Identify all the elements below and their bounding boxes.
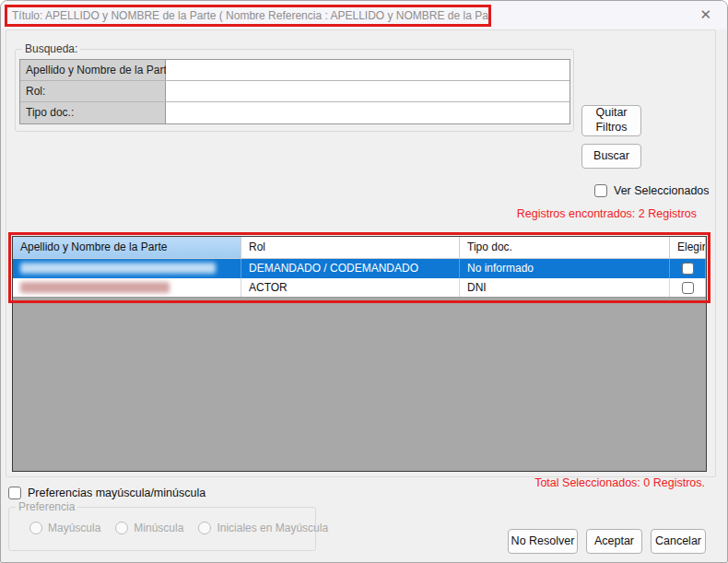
close-icon[interactable]: ✕ xyxy=(699,6,711,23)
preferencia-radios: Mayúscula Minúscula Iniciales en Mayúscu… xyxy=(29,522,328,534)
tipodoc-field-cell xyxy=(166,102,569,123)
apellido-input[interactable] xyxy=(166,60,569,80)
cell-name-redacted xyxy=(13,278,241,297)
tipodoc-input[interactable] xyxy=(166,102,569,123)
radio-button-icon[interactable] xyxy=(29,522,42,534)
elegir-checkbox[interactable] xyxy=(682,282,694,294)
aceptar-button[interactable]: Aceptar xyxy=(586,529,642,554)
cancelar-button[interactable]: Cancelar xyxy=(651,529,706,554)
table-header-row: Apellido y Nombre de la Parte Rol Tipo d… xyxy=(13,237,706,259)
radio-minuscula[interactable]: Minúscula xyxy=(115,522,183,534)
ver-seleccionados-checkbox[interactable]: Ver Seleccionados xyxy=(594,184,710,197)
cell-rol: DEMANDADO / CODEMANDADO xyxy=(241,259,460,278)
checkbox-box-icon[interactable] xyxy=(8,487,21,499)
window-title: Título: APELLIDO y NOMBRE de la Parte ( … xyxy=(7,9,488,22)
table-row-selected[interactable]: DEMANDADO / CODEMANDADO No informado xyxy=(13,259,706,278)
search-field-row: Apellido y Nombre de la Parte: xyxy=(20,60,569,81)
preferencia-group: Preferencia Mayúscula Minúscula Iniciale… xyxy=(8,507,316,551)
column-header-elegir[interactable]: Elegir xyxy=(670,237,706,259)
radio-mayuscula-label: Mayúscula xyxy=(48,522,100,534)
registros-encontrados-text: Registros encontrados: 2 Registros xyxy=(517,207,697,220)
checkbox-box-icon[interactable] xyxy=(594,184,607,197)
ver-seleccionados-label: Ver Seleccionados xyxy=(614,184,710,197)
quitar-filtros-button[interactable]: Quitar Filtros xyxy=(581,105,641,136)
buscar-button[interactable]: Buscar xyxy=(581,144,641,169)
apellido-field-cell xyxy=(166,60,569,80)
cell-tipodoc: No informado xyxy=(460,259,670,278)
search-field-row: Tipo doc.: xyxy=(20,102,569,123)
redacted-name-blur xyxy=(20,282,170,293)
preferencia-group-label: Preferencia xyxy=(16,500,77,514)
search-group-label: Busqueda: xyxy=(22,42,80,56)
elegir-checkbox[interactable] xyxy=(682,263,694,275)
cell-elegir xyxy=(670,259,706,278)
table-row[interactable]: ACTOR DNI xyxy=(13,278,706,298)
table-empty-area xyxy=(13,298,706,471)
redacted-name-blur xyxy=(20,263,216,274)
cell-tipodoc: DNI xyxy=(460,278,670,297)
search-field-row: Rol: xyxy=(20,81,569,102)
cell-rol: ACTOR xyxy=(241,278,460,297)
dialog-window: Título: APELLIDO y NOMBRE de la Parte ( … xyxy=(0,0,728,563)
title-annotation-box: Título: APELLIDO y NOMBRE de la Parte ( … xyxy=(5,5,491,27)
rol-input[interactable] xyxy=(166,81,569,101)
radio-mayuscula[interactable]: Mayúscula xyxy=(29,522,100,534)
tipodoc-field-label: Tipo doc.: xyxy=(20,102,166,123)
search-fields-grid: Apellido y Nombre de la Parte: Rol: Tipo… xyxy=(19,59,570,124)
rol-field-label: Rol: xyxy=(20,81,166,101)
title-bar: Título: APELLIDO y NOMBRE de la Parte ( … xyxy=(1,1,727,29)
cell-elegir xyxy=(670,278,706,297)
radio-button-icon[interactable] xyxy=(198,522,211,534)
preferencias-label: Preferencias mayúscula/minúscula xyxy=(28,487,205,499)
cell-name-redacted xyxy=(13,259,241,278)
apellido-field-label: Apellido y Nombre de la Parte: xyxy=(20,60,166,80)
radio-button-icon[interactable] xyxy=(115,522,128,534)
radio-iniciales-label: Iniciales en Mayúscula xyxy=(217,522,328,534)
radio-minuscula-label: Minúscula xyxy=(134,522,183,534)
preferencias-checkbox[interactable]: Preferencias mayúscula/minúscula xyxy=(8,487,205,499)
column-header-rol[interactable]: Rol xyxy=(241,237,460,259)
no-resolver-button[interactable]: No Resolver xyxy=(508,529,578,554)
total-seleccionados-text: Total Seleccionados: 0 Registros. xyxy=(534,476,705,489)
results-table: Apellido y Nombre de la Parte Rol Tipo d… xyxy=(12,236,707,472)
column-header-tipodoc[interactable]: Tipo doc. xyxy=(460,237,670,259)
radio-iniciales[interactable]: Iniciales en Mayúscula xyxy=(198,522,328,534)
column-header-apellido[interactable]: Apellido y Nombre de la Parte xyxy=(13,237,241,259)
rol-field-cell xyxy=(166,81,569,101)
